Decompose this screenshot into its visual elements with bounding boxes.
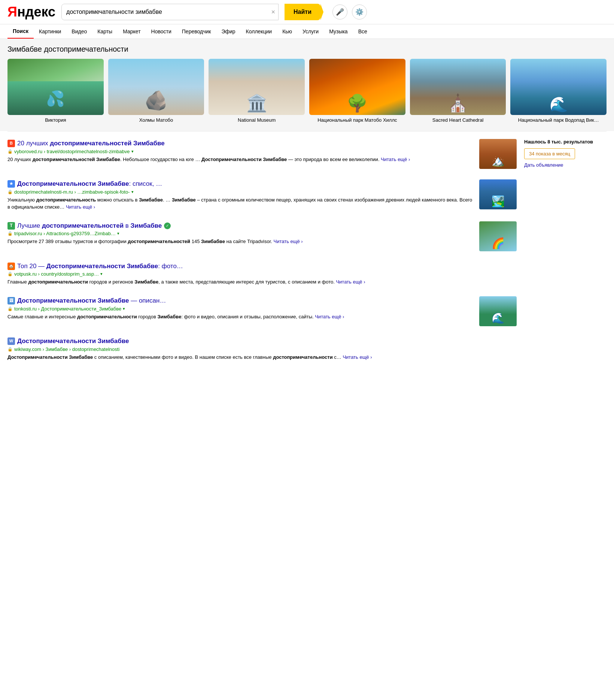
result-title-text-4: Достопримечательности Зимбабве — описан… [17,296,166,305]
nav-item-market[interactable]: Маркет [118,25,146,38]
header: Яндекс × Найти 🎤 ⚙️ [0,0,614,24]
result-icon-2: T [7,222,15,230]
images-title: Зимбабве достопримечательности [7,45,607,54]
lock-icon-0: 🔒 [7,149,13,154]
side-ad-box[interactable]: 34 показа в месяц [524,148,575,159]
result-title-4[interactable]: 🖼 Достопримечательности Зимбабве — описа… [7,296,473,305]
result-url-arrow-4[interactable]: ▾ [123,306,125,311]
nav-bar: Поиск Картинки Видео Карты Маркет Новост… [0,24,614,39]
image-victoria [7,59,104,115]
result-title-0[interactable]: В 20 лучших достопримечательностей Зимба… [7,139,473,148]
result-icon-5: W [7,337,15,345]
result-content-0: В 20 лучших достопримечательностей Зимба… [7,139,473,163]
nav-item-video[interactable]: Видео [66,25,92,38]
lock-icon-1: 🔒 [7,190,13,194]
nav-item-services[interactable]: Услуги [297,25,324,38]
nav-item-maps[interactable]: Карты [92,25,118,38]
result-more-4[interactable]: Читать ещё › [315,314,344,319]
result-icon-0: В [7,140,15,147]
yandex-logo[interactable]: Яндекс [7,5,55,19]
result-item-4: 🖼 Достопримечательности Зимбабве — описа… [7,296,517,326]
result-thumb-4[interactable] [479,296,517,326]
clear-icon[interactable]: × [268,8,279,16]
result-content-1: ★ Достопримечательности Зимбабве: список… [7,179,473,211]
image-card-victoria[interactable]: Виктория [7,59,104,124]
nav-item-translator[interactable]: Переводчик [177,25,216,38]
image-card-victoria2[interactable]: Национальный парк Водопад Вик… [510,59,607,124]
result-title-3[interactable]: 🏠 Топ 20 — Достопримечательности Зимбабв… [7,262,517,271]
result-icon-4: 🖼 [7,297,15,304]
lock-icon-5: 🔒 [7,347,13,352]
result-url-3: votpusk.ru › country/dostoprim_s.asp… [14,271,99,277]
result-url-line-1: 🔒 dostoprimechatelnosti-m.ru › …zimbabve… [7,189,473,195]
result-url-arrow-2[interactable]: ▾ [117,231,119,236]
result-url-arrow-3[interactable]: ▾ [100,272,103,276]
result-more-1[interactable]: Читать ещё › [66,204,95,210]
search-bar: × [61,4,279,20]
image-card-sacred-heart[interactable]: Sacred Heart Cathedral [410,59,506,124]
result-url-arrow-0[interactable]: ▾ [131,149,134,154]
result-url-line-3: 🔒 votpusk.ru › country/dostoprim_s.asp… … [7,271,517,277]
nav-item-efir[interactable]: Эфир [216,25,240,38]
result-desc-4: Самые главные и интересные достопримечат… [7,313,473,321]
search-button[interactable]: Найти [285,4,320,20]
result-content-2: T Лучшие достопримечательностей в Зимбаб… [7,221,473,245]
images-grid: Виктория Холмы Матобо National Museum На… [7,59,607,124]
result-icon-1: ★ [7,180,15,188]
search-input[interactable] [62,4,268,20]
images-section: Зимбабве достопримечательности Виктория … [0,39,614,131]
result-title-5[interactable]: W Достопримечательности Зимбабве [7,337,517,346]
result-item-3: 🏠 Топ 20 — Достопримечательности Зимбабв… [7,262,517,286]
result-content-5: W Достопримечательности Зимбабве 🔒 wikiw… [7,337,517,361]
nav-item-collections[interactable]: Коллекции [241,25,277,38]
image-matobo [108,59,204,115]
nav-item-search[interactable]: Поиск [7,24,34,39]
result-more-0[interactable]: Читать ещё › [381,157,410,162]
result-url-arrow-1[interactable]: ▾ [131,190,134,194]
image-label-victoria2: Национальный парк Водопад Вик… [518,117,599,124]
lock-icon-2: 🔒 [7,231,13,236]
result-thumb-1[interactable] [479,179,517,209]
image-label-victoria: Виктория [45,117,66,124]
header-icons: 🎤 ⚙️ [332,4,367,19]
microphone-button[interactable]: 🎤 [332,4,347,19]
result-desc-3: Главные достопримечательности городов и … [7,278,517,286]
result-url-2: tripadvisor.ru › Attractions-g293759…Zim… [14,231,116,236]
nav-item-images[interactable]: Картинки [34,25,66,38]
result-title-2[interactable]: T Лучшие достопримечательностей в Зимбаб… [7,221,473,230]
result-url-4: tonkosti.ru › Достопримечательности_Зимб… [14,306,121,312]
result-title-text-2: Лучшие достопримечательностей в Зимбабве [17,221,162,230]
results-main: В 20 лучших достопримечательностей Зимба… [7,139,517,371]
result-desc-1: Уникальную достопримечательность можно о… [7,196,473,211]
result-more-2[interactable]: Читать ещё › [274,239,303,244]
image-victoria2 [510,59,607,115]
result-url-1: dostoprimechatelnosti-m.ru › …zimbabve-s… [14,189,130,195]
result-item-0: В 20 лучших достопримечательностей Зимба… [7,139,517,169]
result-url-line-2: 🔒 tripadvisor.ru › Attractions-g293759…Z… [7,231,473,236]
settings-button[interactable]: ⚙️ [352,4,367,19]
result-desc-2: Просмотрите 27 389 отзывы туристов и фот… [7,238,473,245]
lock-icon-4: 🔒 [7,306,13,311]
nav-item-music[interactable]: Музыка [324,25,353,38]
nav-item-news[interactable]: Новости [146,25,177,38]
tripadvisor-badge: ✓ [164,222,171,229]
nav-item-q[interactable]: Кью [277,25,297,38]
result-more-3[interactable]: Читать ещё › [336,279,365,285]
results-area: В 20 лучших достопримечательностей Зимба… [0,131,614,379]
result-more-5[interactable]: Читать ещё › [343,354,372,360]
side-found-text: Нашлось 8 тыс. результатов [524,139,607,145]
result-thumb-0[interactable] [479,139,517,169]
result-thumb-2[interactable] [479,221,517,251]
image-card-museum[interactable]: National Museum [209,59,305,124]
result-desc-5: Достопримечательности Зимбабве с описани… [7,354,517,361]
image-label-matobo: Холмы Матобо [139,117,173,124]
result-title-1[interactable]: ★ Достопримечательности Зимбабве: список… [7,179,473,188]
result-title-text-1: Достопримечательности Зимбабве: список, … [17,179,162,188]
result-desc-0: 20 лучших достопримечательностей Зимбабв… [7,156,473,163]
image-national-park [309,59,405,115]
side-ad-link[interactable]: Дать объявление [524,162,607,168]
result-title-text-5: Достопримечательности Зимбабве [17,337,129,346]
image-card-matobo[interactable]: Холмы Матобо [108,59,204,124]
image-card-national-park[interactable]: Национальный парк Матобо Хиллс [309,59,405,124]
nav-item-all[interactable]: Все [353,25,373,38]
